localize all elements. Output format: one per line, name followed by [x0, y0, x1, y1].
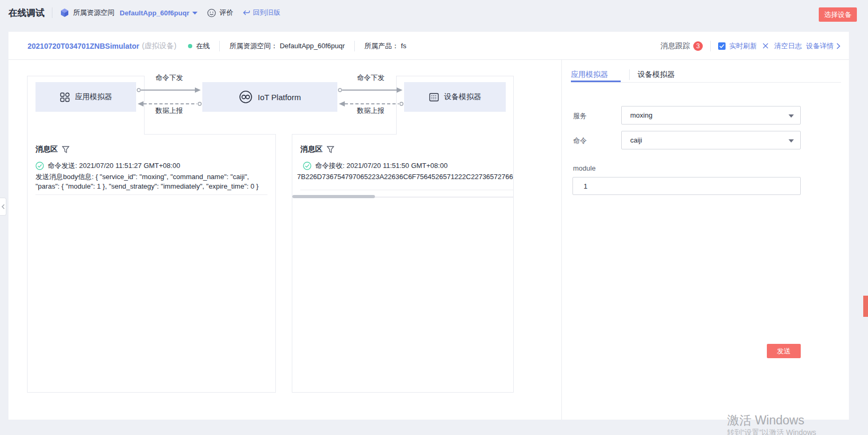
back-to-old-link[interactable]: 回到旧版 [253, 8, 280, 17]
product-label: 所属产品： [364, 41, 399, 51]
module-label: module [573, 164, 596, 172]
command-send-status: 命令发送: 2021/07/20 11:51:27 GMT+08:00 [48, 161, 180, 171]
tab-app-simulator[interactable]: 应用模拟器 [571, 70, 608, 79]
filter-funnel-icon[interactable] [62, 146, 69, 153]
command-down-label: 命令下发 [136, 73, 202, 83]
module-input[interactable]: 1 [572, 177, 801, 195]
message-trace-link[interactable]: 消息跟踪 [660, 41, 690, 51]
tab-bar-border [571, 82, 841, 83]
command-down-label: 命令下发 [337, 73, 404, 83]
service-select-value: moxing [630, 111, 652, 119]
log-divider [300, 190, 513, 190]
device-simulator-box: 设备模拟器 [404, 82, 506, 112]
send-button[interactable]: 发送 [767, 344, 801, 358]
data-up-label: 数据上报 [136, 106, 202, 116]
filter-funnel-icon[interactable] [327, 146, 334, 153]
chevron-left-icon [2, 204, 5, 209]
data-up-label: 数据上报 [337, 106, 404, 116]
select-device-button[interactable]: 选择设备 [819, 7, 857, 22]
page-title: 在线调试 [8, 7, 44, 19]
sidebar-collapse-handle[interactable] [0, 198, 6, 216]
windows-activation-watermark: 激活 Windows [727, 412, 804, 429]
device-info-bar: 20210720T034701ZNBSimulator (虚拟设备) 在线 所属… [8, 32, 849, 60]
topbar-divider [52, 7, 52, 18]
iot-platform-label: IoT Platform [258, 93, 301, 102]
clear-log-link[interactable]: 清空日志 [774, 41, 802, 51]
log-divider [35, 194, 267, 195]
command-label: 命令 [573, 136, 587, 146]
device-terminal-icon [429, 92, 439, 102]
iot-platform-box: IoT Platform [202, 82, 337, 112]
resource-space-value: DefaultApp_60f6puqr [280, 42, 345, 50]
success-check-icon [303, 162, 311, 170]
command-receive-status: 命令接收: 2021/07/20 11:51:50 GMT+08:00 [315, 161, 448, 171]
app-grid-icon [60, 92, 70, 102]
app-simulator-box: 应用模拟器 [35, 82, 136, 112]
device-detail-link[interactable]: 设备详情 [806, 41, 834, 51]
realtime-refresh-label[interactable]: 实时刷新 [729, 41, 757, 51]
iot-platform-logo-icon [239, 90, 253, 104]
close-icon[interactable] [763, 43, 768, 49]
tab-device-simulator[interactable]: 设备模拟器 [638, 70, 675, 79]
tab-divider [629, 69, 630, 80]
rate-link[interactable]: 评价 [219, 8, 233, 17]
online-status-dot [188, 44, 192, 48]
realtime-refresh-checkbox[interactable] [718, 42, 726, 50]
command-receive-status-row: 命令接收: 2021/07/20 11:51:50 GMT+08:00 [303, 161, 448, 171]
smiley-icon[interactable] [207, 8, 216, 17]
send-body-line2: "paras": { "module": 1 }, "send_strategy… [35, 182, 258, 190]
content-panel: 20210720T034701ZNBSimulator (虚拟设备) 在线 所属… [8, 32, 849, 420]
infobar-divider [219, 41, 220, 51]
chevron-down-icon [789, 139, 794, 143]
device-name-link[interactable]: 20210720T034701ZNBSimulator [28, 42, 139, 50]
resource-space-label: 所属资源空间 [73, 8, 114, 17]
product-value: fs [401, 42, 406, 50]
send-body-line1: 发送消息body信息: { "service_id": "moxing", "c… [35, 172, 249, 182]
top-bar: 在线调试 所属资源空间 DefaultApp_60f6puqr 评价 [0, 0, 868, 32]
success-check-icon [35, 162, 44, 170]
horizontal-scrollbar-thumb[interactable] [292, 195, 375, 198]
resource-space-label: 所属资源空间： [229, 41, 278, 51]
service-label: 服务 [573, 111, 587, 121]
feedback-side-tab[interactable] [863, 296, 868, 317]
infobar-divider [710, 41, 711, 51]
module-input-value: 1 [584, 182, 587, 190]
resource-space-selector[interactable]: DefaultApp_60f6puqr [120, 9, 189, 17]
right-panel-divider [561, 60, 562, 420]
chevron-right-icon[interactable] [836, 43, 840, 49]
device-simulator-label: 设备模拟器 [444, 92, 481, 102]
message-area-label: 消息区 [35, 145, 58, 154]
received-payload-hex: 7B226D736754797065223A22636C6F7564526571… [297, 173, 513, 181]
app-simulator-label: 应用模拟器 [75, 92, 112, 102]
device-message-area-title: 消息区 [300, 145, 334, 154]
chevron-down-icon[interactable] [192, 11, 198, 15]
command-send-status-row: 命令发送: 2021/07/20 11:51:27 GMT+08:00 [35, 161, 180, 171]
message-trace-badge: 3 [693, 41, 703, 51]
message-area-label: 消息区 [300, 145, 323, 154]
windows-activation-watermark-subtext: 转到“设置”以激活 Windows [727, 428, 816, 435]
back-arrow-icon[interactable] [243, 10, 250, 16]
command-select-value: caiji [630, 136, 642, 144]
service-select[interactable]: moxing [621, 106, 801, 125]
command-select[interactable]: caiji [621, 131, 801, 149]
app-message-area-title: 消息区 [35, 145, 69, 154]
resource-space-cube-icon [60, 8, 69, 17]
online-status-text: 在线 [196, 41, 210, 51]
device-type-suffix: (虚拟设备) [142, 41, 176, 51]
infobar-divider [354, 41, 355, 51]
chevron-down-icon [789, 114, 794, 118]
